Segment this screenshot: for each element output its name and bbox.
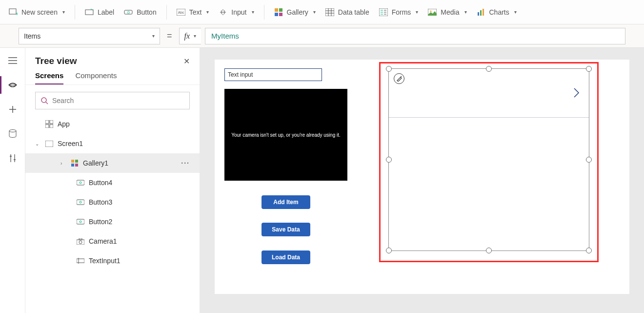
svg-rect-0 [9, 9, 16, 14]
tab-components[interactable]: Components [75, 71, 117, 84]
resize-handle[interactable] [586, 157, 592, 163]
equals-sign: = [164, 31, 175, 41]
insert-gallery-button[interactable]: Gallery ▾ [269, 0, 321, 24]
forms-icon [379, 8, 388, 17]
formula-value: MyItems [211, 32, 239, 40]
rail-data[interactable] [7, 128, 19, 140]
svg-rect-23 [50, 125, 53, 128]
tree-label: Camera1 [89, 237, 117, 245]
svg-point-18 [9, 130, 16, 132]
insert-media-label: Media [441, 8, 459, 16]
svg-rect-25 [71, 160, 74, 163]
tree-row-button3[interactable]: Button3 [25, 192, 200, 212]
app-icon [45, 120, 54, 128]
rail-hamburger[interactable] [7, 55, 19, 66]
label-icon [85, 8, 94, 17]
ribbon-toolbar: + New screen ▾ Label ⊙ Button Abc Text ▾… [0, 0, 644, 24]
resize-handle[interactable] [386, 157, 392, 163]
text-icon: Abc [177, 8, 185, 17]
canvas-textinput[interactable]: Text input [224, 68, 322, 81]
canvas-load-data-button[interactable]: Load Data [262, 250, 310, 264]
insert-label-button[interactable]: Label [80, 0, 119, 24]
tree-row-button4[interactable]: Button4 [25, 173, 200, 192]
tree-row-camera1[interactable]: Camera1 [25, 231, 200, 251]
tree-row-app[interactable]: App [25, 114, 200, 134]
canvas-camera[interactable]: Your camera isn't set up, or you're alre… [224, 89, 347, 181]
search-icon [40, 97, 48, 104]
camera-message: Your camera isn't set up, or you're alre… [231, 132, 341, 138]
insert-datatable-button[interactable]: Data table [321, 0, 374, 24]
rail-tree-view[interactable] [7, 79, 19, 91]
expand-icon[interactable]: › [60, 161, 66, 166]
svg-rect-22 [45, 125, 49, 128]
formula-input[interactable]: MyItems [205, 28, 625, 44]
svg-point-14 [430, 10, 432, 12]
rail-insert[interactable] [7, 104, 19, 115]
tree-tabs: Screens Components [25, 71, 200, 85]
left-rail [0, 48, 25, 313]
tree-row-gallery1[interactable]: › Gallery1 ··· [25, 153, 200, 173]
insert-forms-button[interactable]: Forms ▾ [374, 0, 423, 24]
new-screen-button[interactable]: + New screen ▾ [4, 0, 70, 24]
insert-gallery-label: Gallery [287, 8, 308, 16]
design-canvas[interactable]: Text input Your camera isn't set up, or … [215, 60, 629, 294]
button-label: Add Item [273, 199, 298, 206]
fx-button[interactable]: fx ▾ [179, 28, 201, 44]
insert-media-button[interactable]: Media ▾ [423, 0, 471, 24]
insert-input-button[interactable]: Input ▾ [214, 0, 259, 24]
camera-icon [76, 237, 85, 246]
more-icon[interactable]: ··· [181, 159, 190, 167]
resize-handle[interactable] [486, 248, 492, 253]
rail-settings[interactable] [7, 152, 19, 164]
collapse-icon[interactable]: ⌄ [35, 141, 41, 146]
ribbon-separator [166, 5, 167, 20]
chevron-right-icon[interactable] [573, 87, 580, 98]
svg-text:+: + [16, 11, 18, 17]
tree-row-textinput1[interactable]: TextInput1 [25, 251, 200, 271]
resize-handle[interactable] [586, 66, 592, 72]
close-icon[interactable]: ✕ [183, 57, 190, 66]
button-icon [76, 198, 85, 207]
datatable-icon [325, 8, 334, 17]
svg-rect-31 [77, 200, 84, 205]
insert-charts-button[interactable]: Charts ▾ [472, 0, 522, 24]
chevron-down-icon: ▾ [252, 9, 254, 15]
button-icon [76, 217, 85, 226]
insert-text-label: Text [189, 8, 202, 16]
gallery-template-row[interactable] [389, 69, 589, 118]
property-selector[interactable]: Items ▾ [19, 28, 160, 44]
svg-rect-11 [325, 8, 334, 16]
fx-label: fx [184, 32, 190, 41]
tree-list: App ⌄ Screen1 › Gallery1 ··· [25, 114, 200, 313]
property-name: Items [24, 32, 40, 40]
insert-button-button[interactable]: ⊙ Button [119, 0, 161, 24]
resize-handle[interactable] [386, 66, 392, 72]
insert-charts-label: Charts [489, 8, 509, 16]
canvas-add-item-button[interactable]: Add Item [262, 195, 310, 209]
insert-input-label: Input [231, 8, 246, 16]
formula-bar: Items ▾ = fx ▾ MyItems [0, 24, 644, 48]
svg-rect-24 [45, 141, 53, 147]
tree-label: Button3 [89, 198, 112, 206]
button-label: Load Data [272, 254, 300, 261]
tree-label: Gallery1 [83, 159, 108, 167]
resize-handle[interactable] [486, 66, 492, 72]
gallery-icon [274, 8, 283, 17]
insert-datatable-label: Data table [338, 8, 369, 16]
tree-label: Button4 [89, 179, 112, 187]
svg-rect-26 [75, 160, 78, 163]
canvas-save-data-button[interactable]: Save Data [262, 223, 310, 236]
resize-handle[interactable] [586, 248, 592, 253]
svg-rect-7 [275, 8, 278, 12]
svg-rect-33 [77, 219, 84, 224]
chevron-down-icon: ▾ [514, 9, 517, 15]
canvas-gallery[interactable] [388, 68, 589, 251]
tree-search[interactable]: Search [35, 92, 190, 109]
tab-screens[interactable]: Screens [35, 71, 63, 84]
tree-row-screen1[interactable]: ⌄ Screen1 [25, 134, 200, 153]
insert-text-button[interactable]: Abc Text ▾ [172, 0, 214, 24]
resize-handle[interactable] [386, 248, 392, 253]
tree-row-button2[interactable]: Button2 [25, 212, 200, 231]
svg-point-34 [80, 221, 81, 223]
svg-rect-10 [279, 13, 282, 16]
